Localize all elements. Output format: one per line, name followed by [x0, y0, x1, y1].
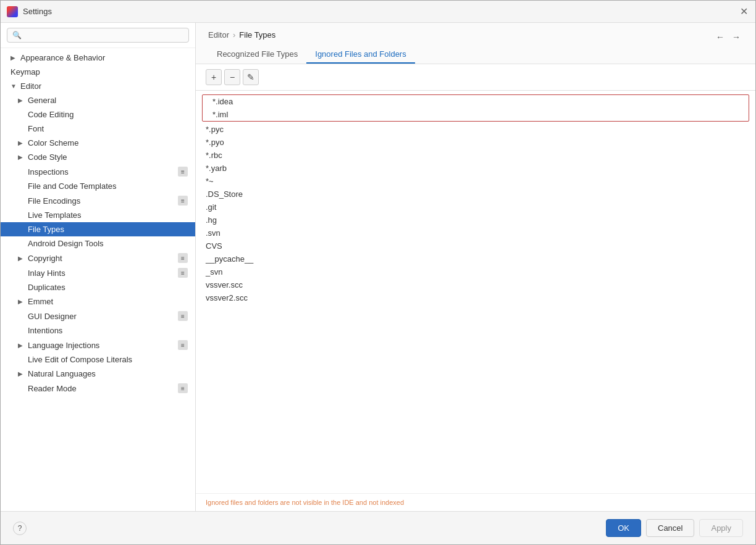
sidebar-item-label: Color Scheme [28, 138, 78, 148]
sidebar-tree: ▶Appearance & BehaviorKeymap▼Editor▶Gene… [1, 48, 195, 511]
sidebar-item-label: GUI Designer [28, 312, 77, 321]
breadcrumb-parent: Editor [208, 30, 229, 40]
footer-buttons: OK Cancel Apply [606, 519, 743, 537]
list-item[interactable]: vssver.scc [196, 278, 755, 291]
list-item[interactable]: __pycache__ [196, 252, 755, 265]
sidebar-item-color-scheme[interactable]: ▶Color Scheme [1, 136, 195, 150]
sidebar-item-label: Natural Languages [28, 369, 96, 378]
arrow-icon: ▶ [18, 97, 25, 104]
list-item[interactable]: CVS [196, 239, 755, 252]
sidebar-item-live-templates[interactable]: Live Templates [1, 208, 195, 222]
settings-badge: ≡ [178, 383, 188, 393]
sidebar-item-gui-designer[interactable]: GUI Designer≡ [1, 309, 195, 323]
list-item[interactable]: *.iml [203, 108, 749, 121]
sidebar-item-natural-languages[interactable]: ▶Natural Languages [1, 367, 195, 381]
sidebar-item-label: Copyright [28, 254, 62, 263]
settings-badge: ≡ [178, 311, 188, 321]
list-item[interactable]: *.idea [203, 95, 749, 108]
arrow-icon: ▶ [18, 154, 25, 160]
sidebar-item-file-code-templates[interactable]: File and Code Templates [1, 179, 195, 193]
sidebar-item-inspections[interactable]: Inspections≡ [1, 164, 195, 179]
sidebar-item-font[interactable]: Font [1, 122, 195, 136]
sidebar-item-language-injections[interactable]: ▶Language Injections≡ [1, 338, 195, 352]
help-button[interactable]: ? [13, 522, 27, 535]
arrow-icon: ▶ [10, 54, 18, 61]
header-row: Editor › File Types ← → [208, 30, 743, 46]
main-panel: Editor › File Types ← → Recognized File … [196, 23, 755, 511]
sidebar-item-appearance[interactable]: ▶Appearance & Behavior [1, 51, 195, 65]
settings-badge: ≡ [178, 340, 188, 350]
sidebar-item-file-encodings[interactable]: File Encodings≡ [1, 193, 195, 208]
sidebar-item-live-edit-compose[interactable]: Live Edit of Compose Literals [1, 352, 195, 367]
sidebar-item-editor[interactable]: ▼Editor [1, 79, 195, 93]
list-item[interactable]: *.pyc [196, 123, 755, 136]
list-item[interactable]: *.rbc [196, 149, 755, 162]
sidebar-item-label: File Encodings [28, 196, 80, 206]
sidebar-item-file-types[interactable]: File Types [1, 222, 195, 236]
sidebar-item-inlay-hints[interactable]: Inlay Hints≡ [1, 265, 195, 280]
arrow-icon: ▶ [18, 139, 25, 146]
list-item[interactable]: .git [196, 201, 755, 214]
sidebar-item-label: Language Injections [28, 341, 99, 350]
sidebar-item-label: Editor [20, 81, 41, 91]
settings-badge: ≡ [178, 196, 188, 206]
breadcrumb: Editor › File Types [208, 30, 275, 40]
sidebar-item-code-editing[interactable]: Code Editing [1, 107, 195, 122]
apply-button[interactable]: Apply [699, 519, 743, 537]
list-item[interactable]: *.yarb [196, 162, 755, 175]
sidebar-item-reader-mode[interactable]: Reader Mode≡ [1, 381, 195, 396]
breadcrumb-separator: › [233, 30, 235, 40]
nav-arrows: ← → [713, 30, 743, 44]
cancel-button[interactable]: Cancel [646, 519, 694, 537]
tab-recognized-file-types[interactable]: Recognized File Types [208, 46, 306, 64]
sidebar: ▶Appearance & BehaviorKeymap▼Editor▶Gene… [1, 23, 196, 511]
settings-badge: ≡ [178, 253, 188, 263]
remove-button[interactable]: − [224, 69, 240, 85]
sidebar-item-keymap[interactable]: Keymap [1, 65, 195, 79]
back-button[interactable]: ← [713, 30, 727, 44]
sidebar-item-duplicates[interactable]: Duplicates [1, 280, 195, 294]
footer-note: Ignored files and folders are not visibl… [196, 493, 755, 511]
sidebar-item-label: Live Templates [28, 210, 81, 220]
title-bar: Settings ✕ [1, 1, 755, 23]
sidebar-item-intentions[interactable]: Intentions [1, 323, 195, 338]
sidebar-item-label: Inlay Hints [28, 268, 65, 278]
list-item[interactable]: vssver2.scc [196, 291, 755, 304]
footer-note-text: Ignored files and folders are not visibl… [206, 499, 404, 506]
sidebar-item-copyright[interactable]: ▶Copyright≡ [1, 251, 195, 265]
sidebar-search-container [1, 23, 195, 48]
sidebar-item-label: File and Code Templates [28, 181, 117, 191]
toolbar: + − ✎ [196, 64, 755, 91]
arrow-icon: ▼ [10, 83, 18, 89]
list-item[interactable]: *~ [196, 175, 755, 188]
sidebar-item-android-design-tools[interactable]: Android Design Tools [1, 236, 195, 251]
sidebar-item-label: Live Edit of Compose Literals [28, 355, 132, 364]
list-item[interactable]: .hg [196, 214, 755, 227]
settings-badge: ≡ [178, 167, 188, 177]
sidebar-item-code-style[interactable]: ▶Code Style [1, 150, 195, 164]
sidebar-item-emmet[interactable]: ▶Emmet [1, 294, 195, 309]
sidebar-item-label: Android Design Tools [28, 239, 104, 248]
sidebar-item-general[interactable]: ▶General [1, 93, 195, 107]
app-icon [7, 6, 18, 17]
forward-button[interactable]: → [729, 30, 743, 44]
list-item[interactable]: _svn [196, 265, 755, 278]
list-item[interactable]: .DS_Store [196, 188, 755, 201]
close-button[interactable]: ✕ [738, 6, 749, 17]
tab-ignored-files-and-folders[interactable]: Ignored Files and Folders [306, 46, 414, 64]
dialog-footer: ? OK Cancel Apply [1, 511, 755, 544]
list-item[interactable]: *.pyo [196, 136, 755, 149]
add-button[interactable]: + [206, 69, 222, 85]
edit-button[interactable]: ✎ [243, 69, 259, 85]
sidebar-item-label: Keymap [10, 67, 40, 77]
ignored-files-list: *.idea*.iml*.pyc*.pyo*.rbc*.yarb*~.DS_St… [196, 91, 755, 493]
search-input[interactable] [7, 28, 189, 43]
sidebar-item-label: File Types [28, 225, 64, 234]
settings-badge: ≡ [178, 268, 188, 278]
sidebar-item-label: Duplicates [28, 283, 65, 292]
window-title: Settings [23, 7, 733, 16]
ok-button[interactable]: OK [606, 519, 641, 537]
sidebar-item-label: General [28, 96, 56, 105]
list-item[interactable]: .svn [196, 227, 755, 239]
sidebar-item-label: Reader Mode [28, 384, 77, 393]
